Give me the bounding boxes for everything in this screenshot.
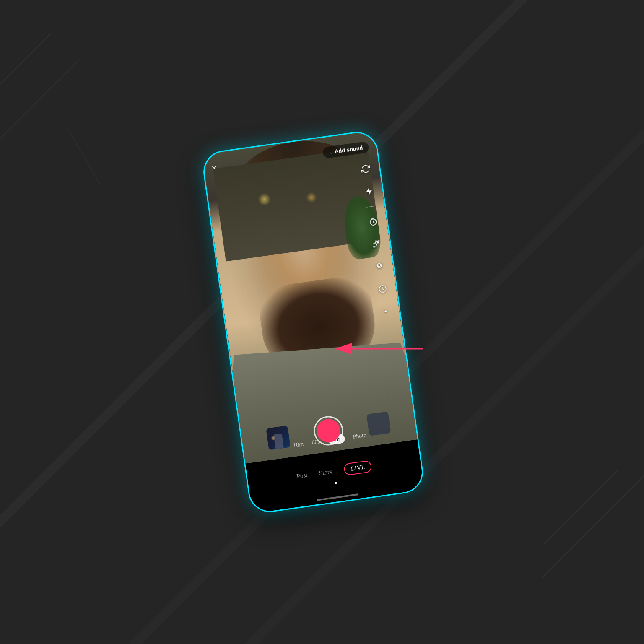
bg-decoration-4 [543,470,618,545]
gallery-thumbnail[interactable] [266,426,291,450]
bg-decoration-3 [542,459,644,578]
arrow-svg [310,332,428,366]
add-sound-label: Add sound [334,144,363,154]
gallery-thumb-figure [273,434,284,449]
mode-post[interactable]: Post [296,472,308,480]
speed-button[interactable]: 1x [374,280,391,298]
add-sound-button[interactable]: ♫ Add sound [322,141,369,158]
close-button[interactable]: × [211,163,218,174]
bg-decoration-2 [0,33,52,93]
capture-button-inner [315,418,342,444]
controls-divider [366,205,376,207]
right-placeholder [366,411,391,436]
svg-point-3 [380,264,382,265]
arrow-annotation [310,332,428,367]
flip-camera-button[interactable] [357,161,374,178]
music-icon: ♫ [328,149,333,155]
svg-point-2 [377,265,378,266]
beauty-button[interactable] [371,258,388,275]
phone-frame: × ♫ Add sound [201,129,426,515]
svg-text:1x: 1x [381,290,384,293]
capture-button[interactable] [312,414,345,447]
effects-button[interactable] [368,236,385,253]
timer-button[interactable] [365,213,382,230]
more-button[interactable] [377,303,395,320]
scene: × ♫ Add sound [0,0,644,644]
bg-decoration-5 [68,130,101,185]
phone-wrapper: × ♫ Add sound [201,129,426,515]
mode-story[interactable]: Story [319,468,333,477]
flash-button[interactable] [361,183,378,200]
